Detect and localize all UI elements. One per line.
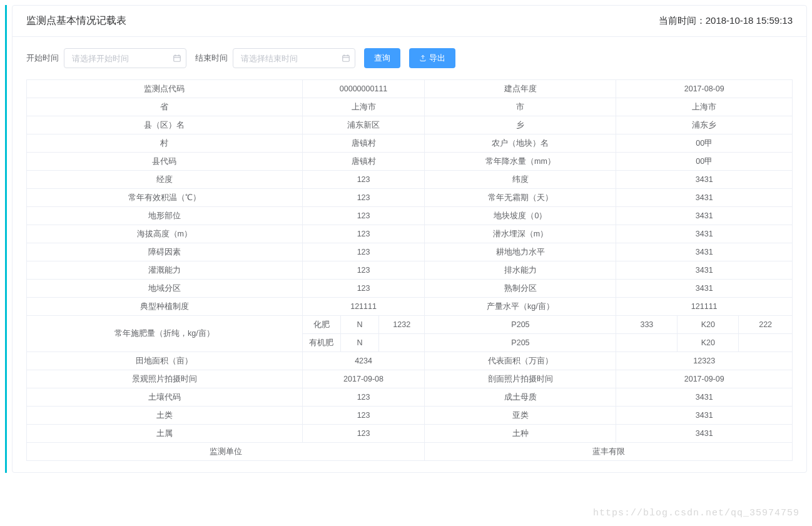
table-wrap: 监测点代码00000000111建点年度2017-08-09省上海市市上海市县（… xyxy=(13,79,806,472)
field-label: 土种 xyxy=(425,425,616,443)
svg-rect-0 xyxy=(174,56,181,61)
field-label: 县（区）名 xyxy=(27,116,303,134)
table-row: 县代码唐镇村常年降水量（mm）00甲 xyxy=(27,153,793,171)
end-time-input[interactable] xyxy=(233,48,355,68)
current-time-value: 2018-10-18 15:59:13 xyxy=(706,15,793,26)
field-label: 土属 xyxy=(27,425,303,443)
footer-label: 监测单位 xyxy=(27,443,425,461)
field-label: 景观照片拍摄时间 xyxy=(27,370,303,388)
start-time-input-wrap xyxy=(64,48,186,68)
export-icon xyxy=(419,54,427,62)
field-value: 123 xyxy=(302,207,425,225)
field-label: 潜水埋深（m） xyxy=(425,225,616,243)
field-value: 121111 xyxy=(302,298,425,316)
current-time: 当前时间：2018-10-18 15:59:13 xyxy=(659,15,793,27)
calendar-icon xyxy=(173,54,181,63)
n-value xyxy=(379,334,425,352)
field-label: 村 xyxy=(27,134,303,153)
field-value: 123 xyxy=(302,189,425,207)
field-label: 障碍因素 xyxy=(27,243,303,261)
current-time-label: 当前时间： xyxy=(659,15,706,26)
table-row: 田地面积（亩）4234代表面积（万亩）12323 xyxy=(27,352,793,370)
fertilizer-row-label: 常年施肥量（折纯，kg/亩） xyxy=(27,316,303,352)
field-label: 耕地地力水平 xyxy=(425,243,616,261)
table-row: 障碍因素123耕地地力水平3431 xyxy=(27,243,793,261)
field-value: 3431 xyxy=(616,189,793,207)
field-label: 熟制分区 xyxy=(425,280,616,298)
field-label: 地块坡度（0） xyxy=(425,207,616,225)
p-label: P205 xyxy=(425,316,616,334)
p-value xyxy=(616,334,678,352)
field-label: 地形部位 xyxy=(27,207,303,225)
field-value: 唐镇村 xyxy=(302,134,425,153)
field-label: 常年降水量（mm） xyxy=(425,153,616,171)
field-value: 唐镇村 xyxy=(302,153,425,171)
query-button[interactable]: 查询 xyxy=(364,48,400,68)
data-table: 监测点代码00000000111建点年度2017-08-09省上海市市上海市县（… xyxy=(26,79,793,461)
field-value: 00000000111 xyxy=(302,80,425,98)
field-value: 上海市 xyxy=(616,98,793,116)
field-value: 3431 xyxy=(616,171,793,189)
field-value: 3431 xyxy=(616,261,793,280)
field-value: 123 xyxy=(302,225,425,243)
field-label: 建点年度 xyxy=(425,80,616,98)
p-value: 333 xyxy=(616,316,678,334)
field-label: 亚类 xyxy=(425,407,616,425)
k-value xyxy=(739,334,793,352)
end-time-input-wrap xyxy=(233,48,355,68)
field-value: 上海市 xyxy=(302,98,425,116)
field-label: 县代码 xyxy=(27,153,303,171)
table-row: 地域分区123熟制分区3431 xyxy=(27,280,793,298)
k-value: 222 xyxy=(739,316,793,334)
field-label: 典型种植制度 xyxy=(27,298,303,316)
svg-rect-4 xyxy=(343,56,350,61)
n-label: N xyxy=(340,334,378,352)
table-row: 常年有效积温（℃）123常年无霜期（天）3431 xyxy=(27,189,793,207)
p-label: P205 xyxy=(425,334,616,352)
field-value: 3431 xyxy=(616,425,793,443)
field-label: 经度 xyxy=(27,171,303,189)
field-value: 00甲 xyxy=(616,153,793,171)
panel-header: 监测点基本情况记载表 当前时间：2018-10-18 15:59:13 xyxy=(13,6,806,37)
table-row: 土壤代码123成土母质3431 xyxy=(27,388,793,407)
k-label: K20 xyxy=(678,334,739,352)
field-label: 常年有效积温（℃） xyxy=(27,189,303,207)
field-value: 3431 xyxy=(616,280,793,298)
n-label: N xyxy=(340,316,378,334)
field-label: 成土母质 xyxy=(425,388,616,407)
field-label: 乡 xyxy=(425,116,616,134)
fertilizer-type: 化肥 xyxy=(302,316,340,334)
field-label: 海拔高度（m） xyxy=(27,225,303,243)
field-value: 浦东新区 xyxy=(302,116,425,134)
table-row: 经度123纬度3431 xyxy=(27,171,793,189)
table-row: 村唐镇村农户（地块）名00甲 xyxy=(27,134,793,153)
table-row: 土类123亚类3431 xyxy=(27,407,793,425)
table-row: 灌溉能力123排水能力3431 xyxy=(27,261,793,280)
table-row: 县（区）名浦东新区乡浦东乡 xyxy=(27,116,793,134)
field-label: 市 xyxy=(425,98,616,116)
fertilizer-type: 有机肥 xyxy=(302,334,340,352)
field-value: 2017-09-09 xyxy=(616,370,793,388)
field-value: 3431 xyxy=(616,225,793,243)
table-row: 土属123土种3431 xyxy=(27,425,793,443)
field-value: 4234 xyxy=(302,352,425,370)
page-title: 监测点基本情况记载表 xyxy=(26,14,126,28)
table-row: 海拔高度（m）123潜水埋深（m）3431 xyxy=(27,225,793,243)
field-label: 常年无霜期（天） xyxy=(425,189,616,207)
field-value: 12323 xyxy=(616,352,793,370)
start-time-input[interactable] xyxy=(64,48,186,68)
field-value: 123 xyxy=(302,261,425,280)
field-value: 123 xyxy=(302,243,425,261)
field-value: 123 xyxy=(302,171,425,189)
export-button[interactable]: 导出 xyxy=(409,48,455,68)
field-label: 省 xyxy=(27,98,303,116)
field-value: 3431 xyxy=(616,388,793,407)
start-time-label: 开始时间 xyxy=(26,53,59,64)
field-label: 剖面照片拍摄时间 xyxy=(425,370,616,388)
field-label: 代表面积（万亩） xyxy=(425,352,616,370)
field-label: 土壤代码 xyxy=(27,388,303,407)
field-value: 浦东乡 xyxy=(616,116,793,134)
field-label: 土类 xyxy=(27,407,303,425)
field-value: 2017-08-09 xyxy=(616,80,793,98)
end-time-label: 结束时间 xyxy=(195,53,228,64)
